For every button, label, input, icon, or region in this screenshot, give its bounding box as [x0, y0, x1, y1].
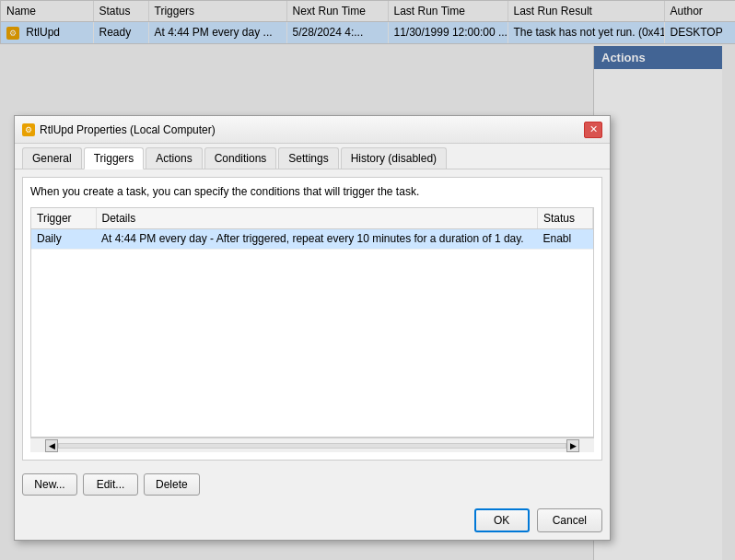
- trigger-col-header[interactable]: Trigger: [31, 208, 96, 228]
- horizontal-scrollbar[interactable]: ◀ ▶: [30, 438, 594, 452]
- dialog-action-buttons: New... Edit... Delete: [15, 468, 610, 503]
- tab-history[interactable]: History (disabled): [341, 147, 447, 169]
- trigger-status: Enabl: [538, 228, 593, 249]
- triggers-table-container: Trigger Details Status Daily At 4:44 PM …: [30, 207, 594, 438]
- new-trigger-button[interactable]: New...: [22, 473, 77, 496]
- description-text: When you create a task, you can specify …: [30, 185, 594, 198]
- dialog-content: When you create a task, you can specify …: [22, 177, 602, 461]
- dialog-title-text: RtlUpd Properties (Local Computer): [40, 123, 216, 136]
- delete-trigger-button[interactable]: Delete: [144, 473, 200, 496]
- triggers-table: Trigger Details Status Daily At 4:44 PM …: [31, 208, 593, 250]
- trigger-details: At 4:44 PM every day - After triggered, …: [96, 228, 538, 249]
- dialog-title-icon: ⚙: [22, 123, 35, 136]
- trigger-type: Daily: [31, 228, 96, 249]
- tab-conditions[interactable]: Conditions: [204, 147, 277, 169]
- tstatus-col-header[interactable]: Status: [538, 208, 593, 228]
- cancel-button[interactable]: Cancel: [537, 508, 602, 532]
- ok-button[interactable]: OK: [474, 508, 530, 532]
- edit-trigger-button[interactable]: Edit...: [83, 473, 138, 496]
- scrollbar-track[interactable]: [58, 443, 566, 449]
- modal-overlay: ⚙ RtlUpd Properties (Local Computer) ✕ G…: [0, 0, 735, 560]
- scrollbar-left-arrow[interactable]: ◀: [45, 439, 58, 452]
- dialog-titlebar: ⚙ RtlUpd Properties (Local Computer) ✕: [15, 116, 610, 144]
- dialog-title-left: ⚙ RtlUpd Properties (Local Computer): [22, 123, 216, 136]
- properties-dialog: ⚙ RtlUpd Properties (Local Computer) ✕ G…: [14, 115, 611, 541]
- tab-general[interactable]: General: [22, 147, 82, 169]
- details-col-header[interactable]: Details: [96, 208, 538, 228]
- trigger-row[interactable]: Daily At 4:44 PM every day - After trigg…: [31, 228, 593, 249]
- dialog-footer: OK Cancel: [15, 503, 610, 540]
- scrollbar-right-arrow[interactable]: ▶: [566, 439, 579, 452]
- tab-actions[interactable]: Actions: [146, 147, 202, 169]
- dialog-close-button[interactable]: ✕: [584, 122, 602, 138]
- tab-triggers[interactable]: Triggers: [84, 147, 145, 169]
- tab-settings[interactable]: Settings: [278, 147, 338, 169]
- tab-bar: General Triggers Actions Conditions Sett…: [15, 144, 610, 169]
